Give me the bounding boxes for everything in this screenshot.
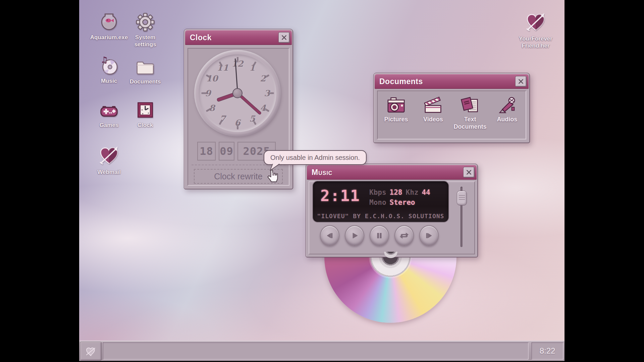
documents-item-text-documents[interactable]: Text Documents — [453, 96, 488, 130]
clock-face: 12 1 2 3 4 5 6 7 8 9 10 11 — [199, 54, 276, 132]
documents-window: Documents Pictures — [373, 73, 530, 143]
desktop-icon-clock[interactable]: Clock — [125, 100, 165, 129]
heart-arrow-icon — [525, 11, 547, 34]
music-window: Music 2:11 Kbps128Khz44 MonoStereo "ILOV… — [306, 164, 478, 257]
stream-info: Kbps128Khz44 MonoStereo — [369, 187, 434, 208]
dial-number: 6 — [234, 118, 240, 128]
clock-icon — [135, 100, 155, 120]
taskbar-tray — [103, 342, 529, 360]
dial-number: 8 — [209, 103, 215, 113]
play-button[interactable] — [345, 225, 364, 246]
analog-clock: 12 1 2 3 4 5 6 7 8 9 10 11 — [194, 50, 281, 136]
documents-window-panel: Pictures Videos — [377, 90, 526, 139]
desktop-icon-documents[interactable]: Documents — [125, 58, 165, 85]
documents-item-videos[interactable]: Videos — [416, 96, 450, 123]
close-icon[interactable] — [463, 167, 475, 178]
notepad-icon — [460, 96, 481, 114]
clock-window-titlebar[interactable]: Clock — [185, 30, 292, 45]
desktop: Aquarium.exe System settings — [79, 0, 565, 361]
desktop-icon-system-settings[interactable]: System settings — [125, 12, 165, 48]
desktop-icon-games[interactable]: Games — [89, 101, 129, 129]
documents-window-titlebar[interactable]: Documents — [375, 74, 529, 89]
track-title: "ILOVEU" BY E.C.H.O.S. SOLUTIONS — [313, 213, 448, 220]
desktop-icon-label: System settings — [130, 34, 161, 48]
close-icon[interactable] — [278, 32, 290, 43]
kbps-value: 128 — [390, 188, 402, 196]
desktop-icon-label: YourForever Friend.her — [516, 35, 555, 50]
date-month-field[interactable]: 09 — [219, 142, 234, 161]
khz-label: Khz — [406, 188, 419, 196]
window-title: Music — [312, 168, 332, 177]
taskbar-clock: 8:22 — [531, 342, 564, 360]
documents-item-label: Text Documents — [453, 116, 488, 130]
documents-item-audios[interactable]: Audios — [490, 96, 525, 123]
folder-icon — [135, 58, 155, 76]
desktop-icon-label: Music — [101, 77, 117, 84]
desktop-icon-music[interactable]: ♫ Music — [89, 55, 129, 84]
gear-icon — [135, 12, 155, 32]
dial-number: 11 — [217, 63, 229, 73]
desktop-icon-webmail[interactable]: Webmail — [89, 145, 129, 176]
documents-item-label: Audios — [497, 116, 517, 123]
previous-button[interactable] — [320, 225, 339, 246]
desktop-icon-label: Aquarium.exe — [90, 34, 128, 41]
window-title: Clock — [190, 33, 212, 42]
music-window-titlebar[interactable]: Music — [307, 165, 477, 180]
repeat-button[interactable] — [394, 225, 414, 246]
dial-number: 2 — [260, 74, 266, 83]
dial-number: 3 — [264, 88, 270, 98]
heart-arrow-icon — [98, 145, 120, 167]
desktop-icon-label: Webmail — [97, 169, 121, 176]
date-day-field[interactable]: 18 — [197, 142, 216, 161]
desktop-icon-label: Games — [100, 122, 119, 129]
fishbowl-icon — [99, 11, 119, 32]
documents-item-label: Pictures — [384, 116, 408, 123]
window-title: Documents — [379, 77, 423, 86]
dial-number: 10 — [206, 74, 218, 83]
dial-number: 7 — [220, 114, 225, 124]
kbps-label: Kbps — [369, 188, 386, 196]
elapsed-time: 2:11 — [320, 187, 360, 205]
next-button[interactable] — [419, 225, 439, 246]
dial-number: 4 — [260, 103, 266, 113]
microphone-icon — [497, 96, 518, 114]
hand-cursor — [265, 169, 279, 185]
documents-item-label: Videos — [423, 116, 443, 123]
camera-icon — [386, 96, 407, 114]
documents-item-pictures[interactable]: Pictures — [379, 96, 414, 123]
desktop-icon-label: Documents — [130, 78, 161, 85]
stage: Aquarium.exe System settings — [0, 0, 644, 362]
heart-arrow-icon — [84, 345, 98, 357]
desktop-icon-yourforever[interactable]: YourForever Friend.her — [516, 11, 555, 50]
mono-label: Mono — [369, 198, 386, 206]
dial-number: 9 — [205, 88, 211, 98]
close-icon[interactable] — [515, 76, 527, 87]
tooltip-text: Only usable in Admin session. — [270, 154, 360, 162]
music-display: 2:11 Kbps128Khz44 MonoStereo "ILOVEU" BY… — [312, 181, 449, 223]
desktop-icon-aquarium[interactable]: Aquarium.exe — [89, 11, 129, 41]
cd-music-icon: ♫ — [99, 55, 119, 76]
khz-value: 44 — [422, 188, 430, 196]
svg-text:♫: ♫ — [101, 55, 108, 65]
dial-number: 12 — [232, 59, 244, 69]
dial-number: 5 — [249, 114, 255, 124]
gamepad-icon — [99, 101, 119, 120]
stereo-label: Stereo — [390, 198, 415, 206]
taskbar: 8:22 — [79, 341, 565, 361]
disc-notch — [384, 252, 397, 258]
desktop-icon-label: Clock — [138, 122, 153, 129]
volume-slider-thumb[interactable] — [457, 191, 467, 205]
clapperboard-icon — [423, 96, 443, 114]
admin-tooltip: Only usable in Admin session. — [264, 150, 367, 165]
clock-center-cap — [232, 88, 243, 98]
start-button[interactable] — [80, 342, 102, 361]
pause-button[interactable] — [370, 225, 389, 246]
dial-number: 1 — [249, 63, 255, 73]
